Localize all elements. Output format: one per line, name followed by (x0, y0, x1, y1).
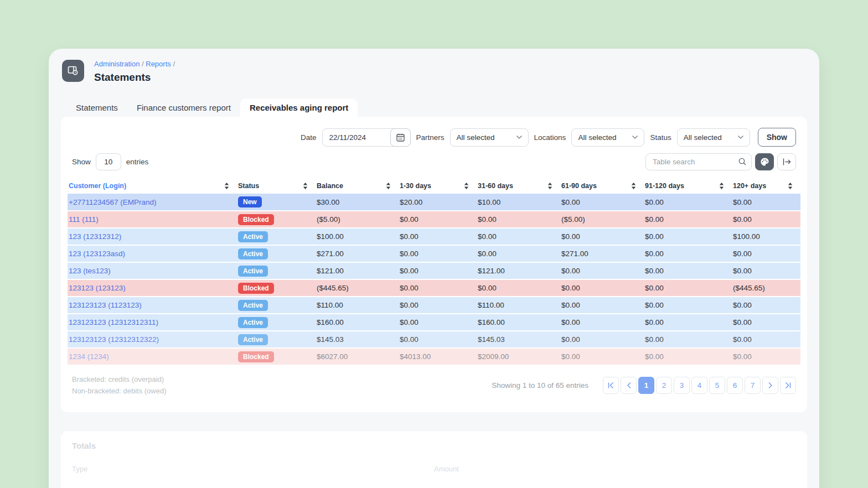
amount-cell: $145.03 (477, 331, 560, 348)
customer-link[interactable]: 123123123 (12312312311) (69, 318, 158, 326)
chevron-right-icon (768, 382, 773, 389)
show-button[interactable]: Show (758, 128, 796, 147)
amount-cell: $0.00 (644, 314, 732, 331)
status-badge: Blocked (238, 351, 274, 362)
statements-report-icon (62, 60, 84, 82)
page-button-4[interactable]: 4 (691, 377, 707, 394)
table-header-row: Customer (Login)StatusBalance1-30 days31… (68, 179, 800, 194)
customer-link[interactable]: 123 (123123asd) (69, 250, 125, 258)
breadcrumb-link-reports[interactable]: Reports (146, 60, 171, 68)
receivables-table: Customer (Login)StatusBalance1-30 days31… (68, 179, 800, 366)
page-button-7[interactable]: 7 (745, 377, 761, 394)
export-button[interactable] (777, 153, 796, 170)
page-button-2[interactable]: 2 (656, 377, 672, 394)
customer-link[interactable]: 123123123 (12312312322) (69, 335, 159, 344)
sort-icon (547, 183, 552, 189)
app-card: Administration / Reports / Statements St… (49, 49, 819, 488)
page-title: Statements (94, 71, 175, 84)
page-button-1[interactable]: 1 (638, 377, 654, 394)
entries-show-label: Show (72, 158, 91, 166)
amount-cell: $0.00 (644, 331, 732, 348)
status-badge: Blocked (238, 214, 274, 225)
table-row: 123123123 (12312312322)Active$145.03$0.0… (68, 331, 800, 348)
palette-icon (760, 157, 769, 167)
status-badge: Active (238, 317, 268, 328)
customer-link[interactable]: 123 (12312312) (69, 232, 121, 241)
table-search-box (645, 153, 752, 170)
last-page-button[interactable] (780, 377, 796, 394)
customer-link[interactable]: 123 (tes123) (69, 267, 111, 275)
status-badge: Active (238, 300, 268, 311)
column-header[interactable]: 61-90 days (560, 179, 644, 194)
amount-cell: $0.00 (560, 297, 644, 314)
next-page-button[interactable] (762, 377, 778, 394)
column-header[interactable]: 91-120 days (644, 179, 732, 194)
partners-select[interactable]: All selected (450, 128, 529, 147)
first-page-icon (607, 382, 614, 389)
entries-suffix-label: entries (126, 158, 149, 166)
amount-cell: $0.00 (732, 314, 800, 331)
amount-cell: $0.00 (644, 211, 732, 228)
column-header[interactable]: 120+ days (732, 179, 800, 194)
amount-cell: $0.00 (732, 245, 800, 262)
report-panel: Date Partners (61, 117, 807, 412)
breadcrumb-separator: / (173, 60, 175, 68)
partners-selected-value: All selected (457, 133, 495, 142)
page-button-6[interactable]: 6 (727, 377, 743, 394)
sort-icon (464, 183, 469, 189)
page-button-3[interactable]: 3 (674, 377, 690, 394)
amount-cell: $0.00 (399, 331, 477, 348)
amount-cell: $0.00 (732, 211, 800, 228)
customer-link[interactable]: +27711234567 (EMPrand) (69, 198, 157, 206)
status-selected-value: All selected (684, 133, 722, 142)
column-header[interactable]: Customer (Login) (68, 179, 237, 194)
table-row: 123123123 (1123123)Active$110.00$0.00$11… (68, 297, 800, 314)
status-select[interactable]: All selected (677, 128, 750, 147)
chevron-down-icon (737, 135, 744, 139)
customer-link[interactable]: 1234 (1234) (69, 352, 109, 361)
amount-cell: $160.00 (316, 314, 399, 331)
amount-cell: $0.00 (399, 228, 477, 245)
amount-cell: $0.00 (477, 211, 560, 228)
legend-bracketed: Bracketed: credits (overpaid) (72, 373, 167, 385)
amount-cell: $0.00 (560, 348, 644, 365)
customer-link[interactable]: 123123 (123123) (69, 284, 126, 292)
prev-page-button[interactable] (621, 377, 637, 394)
breadcrumb-link-administration[interactable]: Administration (94, 60, 140, 68)
totals-title: Totals (72, 441, 796, 450)
status-badge: Active (238, 248, 268, 259)
column-header[interactable]: Balance (316, 179, 399, 194)
customer-link[interactable]: 111 (111) (69, 215, 99, 224)
last-page-icon (784, 382, 792, 389)
tab-finance-customers-report[interactable]: Finance customers report (127, 98, 240, 117)
table-search-input[interactable] (645, 153, 752, 170)
amount-cell: $0.00 (560, 194, 644, 211)
page-header: Administration / Reports / Statements (49, 49, 819, 84)
amount-cell: $271.00 (560, 245, 644, 262)
status-badge: Blocked (238, 283, 274, 294)
tab-statements[interactable]: Statements (66, 98, 127, 117)
entries-count-input[interactable] (96, 153, 121, 170)
entries-control: Show entries (72, 153, 148, 170)
table-row: 123 (123123asd)Active$271.00$0.00$0.00$2… (68, 245, 800, 262)
amount-cell: $121.00 (477, 262, 560, 279)
amount-cell: $0.00 (560, 279, 644, 297)
first-page-button[interactable] (603, 377, 619, 394)
page-button-5[interactable]: 5 (709, 377, 725, 394)
column-settings-button[interactable] (755, 153, 774, 170)
table-row: 123123 (123123)Blocked($445.65)$0.00$0.0… (68, 279, 800, 297)
amount-cell: $0.00 (477, 279, 560, 297)
column-header[interactable]: 31-60 days (477, 179, 560, 194)
column-header[interactable]: Status (237, 179, 316, 194)
column-header[interactable]: 1-30 days (399, 179, 477, 194)
amount-cell: ($5.00) (560, 211, 644, 228)
amount-cell: $0.00 (644, 228, 732, 245)
partners-label: Partners (416, 133, 445, 142)
sort-icon (719, 183, 724, 189)
customer-link[interactable]: 123123123 (1123123) (69, 301, 142, 309)
amount-cell: $0.00 (644, 194, 732, 211)
amount-cell: ($5.00) (316, 211, 399, 228)
calendar-button[interactable] (390, 128, 411, 147)
tab-receivables-aging-report[interactable]: Receivables aging report (240, 98, 358, 117)
locations-select[interactable]: All selected (571, 128, 644, 147)
